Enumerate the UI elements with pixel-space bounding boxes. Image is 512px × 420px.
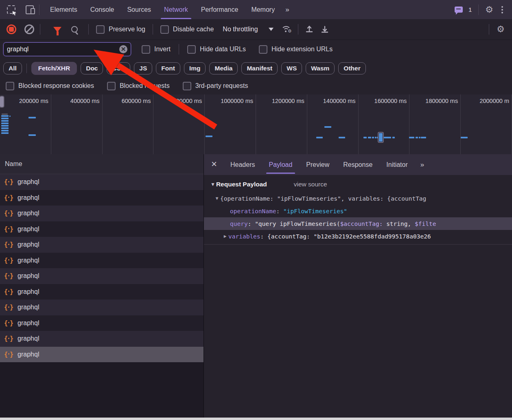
more-tabs-icon[interactable]: » [281, 6, 292, 14]
payload-summary-line[interactable]: ▼ {operationName: "ipFlowTimeseries", va… [204, 192, 512, 205]
details-tab-initiator[interactable]: Initiator [379, 154, 414, 175]
request-row[interactable]: {}graphql [0, 347, 203, 363]
third-party-requests-row[interactable]: 3rd-party requests [183, 82, 248, 90]
tab-elements[interactable]: Elements [44, 0, 84, 19]
request-row[interactable]: {}graphql [0, 315, 203, 331]
chip-font[interactable]: Font [156, 62, 180, 74]
record-button[interactable] [7, 24, 16, 34]
view-source-link[interactable]: view source [294, 181, 327, 188]
request-row[interactable]: {}graphql [0, 221, 203, 237]
request-row[interactable]: {}graphql [0, 206, 203, 221]
timeline-column: 1200000 ms [256, 94, 307, 154]
json-braces-icon: {} [4, 319, 13, 327]
details-more-tabs-icon[interactable]: » [416, 161, 427, 169]
close-details-icon[interactable]: × [204, 158, 223, 171]
disable-cache-checkbox[interactable] [160, 25, 169, 34]
chip-css[interactable]: CSS [107, 62, 130, 74]
tab-network[interactable]: Network [158, 0, 195, 19]
blocked-response-cookies-checkbox[interactable] [6, 82, 14, 90]
search-icon[interactable] [71, 26, 78, 33]
filter-row: graphql ✕ Invert Hide data URLs Hide ext… [0, 39, 512, 59]
disable-cache-checkbox-row[interactable]: Disable cache [160, 25, 214, 34]
request-row[interactable]: {}graphql [0, 237, 203, 253]
waterfall-bar [461, 137, 468, 138]
waterfall-bar [1, 127, 9, 129]
chip-manifest[interactable]: Manifest [241, 62, 278, 74]
export-har-icon[interactable] [320, 25, 329, 34]
settings-gear-icon[interactable]: ⚙ [485, 5, 493, 14]
clear-filter-icon[interactable]: ✕ [119, 45, 127, 53]
expand-triangle-icon[interactable]: ▼ [214, 196, 220, 201]
chip-ws[interactable]: WS [281, 62, 302, 74]
hide-data-urls-checkbox[interactable] [187, 45, 196, 54]
overview-scroll-handle[interactable] [0, 96, 4, 108]
request-name: graphql [18, 210, 39, 217]
network-overview-timeline[interactable]: 200000 ms400000 ms600000 ms800000 ms1000… [0, 94, 512, 155]
chip-js[interactable]: JS [134, 62, 152, 74]
import-har-icon[interactable] [305, 25, 314, 34]
blocked-requests-checkbox[interactable] [107, 82, 116, 90]
network-conditions-icon[interactable]: ⚙ [281, 25, 291, 33]
payload-variables-line[interactable]: ▶ variables: {accountTag: "b12e3b2192ee5… [204, 230, 512, 243]
throttling-select[interactable]: No throttling [223, 26, 273, 33]
tab-memory[interactable]: Memory [245, 0, 281, 19]
details-tab-headers[interactable]: Headers [223, 154, 262, 175]
chip-all[interactable]: All [3, 62, 22, 74]
chip-media[interactable]: Media [209, 62, 238, 74]
tab-performance[interactable]: Performance [195, 0, 245, 19]
collapse-triangle-icon[interactable]: ▼ [210, 182, 215, 187]
waterfall-bar [392, 137, 395, 138]
filter-icon[interactable] [53, 27, 61, 32]
blocked-filters-row: Blocked response cookies Blocked request… [0, 77, 512, 94]
issues-icon[interactable] [455, 7, 463, 13]
hide-extension-urls-checkbox[interactable] [259, 45, 267, 54]
request-row[interactable]: {}graphql [0, 174, 203, 190]
invert-checkbox-row[interactable]: Invert [142, 45, 171, 54]
throttling-value: No throttling [223, 26, 258, 33]
chip-wasm[interactable]: Wasm [306, 62, 335, 74]
request-name: graphql [18, 178, 39, 186]
chip-other[interactable]: Other [338, 62, 365, 74]
request-row[interactable]: {}graphql [0, 190, 203, 206]
blocked-response-cookies-row[interactable]: Blocked response cookies [6, 82, 94, 90]
network-settings-gear-icon[interactable]: ⚙ [497, 25, 505, 34]
payload-operation-name-line[interactable]: operationName: "ipFlowTimeseries" [204, 205, 512, 217]
divider [489, 24, 489, 35]
waterfall-bar [409, 137, 414, 138]
device-toolbar-icon[interactable] [24, 4, 35, 15]
hide-data-urls-checkbox-row[interactable]: Hide data URLs [187, 45, 246, 54]
filter-input[interactable]: graphql ✕ [3, 42, 131, 56]
chip-doc[interactable]: Doc [81, 62, 103, 74]
payload-query-line[interactable]: query: "query ipFlowTimeseries($accountT… [204, 217, 512, 230]
waterfall-bar [324, 126, 331, 128]
third-party-requests-checkbox[interactable] [183, 82, 191, 90]
name-column-header[interactable]: Name [0, 154, 203, 174]
timeline-tick-label: 800000 ms [173, 98, 202, 104]
preserve-log-checkbox-row[interactable]: Preserve log [96, 25, 145, 34]
details-tab-response[interactable]: Response [336, 154, 379, 175]
waterfall-bar [2, 114, 8, 115]
kebab-menu-icon[interactable] [499, 5, 505, 14]
details-tab-preview[interactable]: Preview [299, 154, 336, 175]
preserve-log-checkbox[interactable] [96, 25, 105, 34]
json-braces-icon: {} [4, 335, 13, 342]
expand-triangle-icon[interactable]: ▶ [222, 234, 228, 239]
inspect-element-icon[interactable] [6, 4, 16, 15]
chip-img[interactable]: Img [184, 62, 206, 74]
request-row[interactable]: {}graphql [0, 331, 203, 347]
timeline-column: 400000 ms [51, 94, 103, 154]
blocked-requests-row[interactable]: Blocked requests [107, 82, 170, 90]
tab-sources[interactable]: Sources [120, 0, 158, 19]
clear-network-log-button[interactable] [24, 24, 34, 34]
request-row[interactable]: {}graphql [0, 284, 203, 300]
waterfall-bar [316, 137, 323, 138]
request-row[interactable]: {}graphql [0, 268, 203, 284]
request-row[interactable]: {}graphql [0, 253, 203, 269]
hide-extension-urls-checkbox-row[interactable]: Hide extension URLs [259, 45, 333, 54]
invert-checkbox[interactable] [142, 45, 150, 54]
json-braces-icon: {} [4, 194, 13, 201]
chip-fetch-xhr[interactable]: Fetch/XHR [31, 62, 77, 75]
tab-console[interactable]: Console [84, 0, 121, 19]
request-row[interactable]: {}graphql [0, 300, 203, 315]
details-tab-payload[interactable]: Payload [262, 154, 300, 175]
